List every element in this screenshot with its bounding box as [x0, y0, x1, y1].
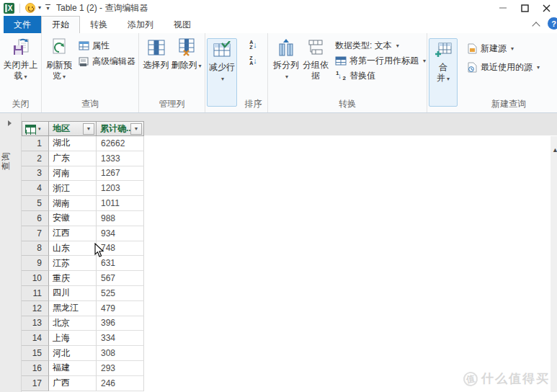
properties-icon — [78, 40, 89, 51]
table-row[interactable]: 5湖南1011 — [22, 196, 144, 211]
help-button[interactable]: ? — [548, 17, 557, 30]
use-first-row-as-headers-button[interactable]: 将第一行用作标题 ▾ — [335, 54, 426, 67]
close-and-load-button[interactable]: 关闭并上载▾ — [1, 36, 40, 82]
ribbon-group-combine: 合并▾ — [427, 33, 460, 112]
table-corner-cell[interactable]: ▾ — [22, 121, 49, 136]
data-type-button[interactable]: 数据类型: 文本 ▾ — [335, 39, 426, 52]
queries-pane-collapsed[interactable]: 查询 — [0, 113, 22, 392]
cell-region[interactable]: 湖北 — [49, 136, 97, 151]
minimize-button[interactable] — [492, 0, 514, 16]
cell-value[interactable]: 479 — [97, 301, 144, 316]
maximize-button[interactable] — [514, 0, 535, 16]
divider — [19, 4, 20, 13]
table-row[interactable]: 15河北308 — [22, 346, 144, 361]
cell-region[interactable]: 上海 — [49, 331, 97, 346]
table-row[interactable]: 9江苏631 — [22, 256, 144, 271]
cell-region[interactable]: 浙江 — [49, 181, 97, 196]
close-button[interactable] — [535, 0, 557, 16]
table-row[interactable]: 10重庆567 — [22, 271, 144, 286]
cell-value[interactable]: 62662 — [97, 136, 144, 151]
cell-region[interactable]: 福建 — [49, 361, 97, 376]
tab-transform[interactable]: 转换 — [80, 16, 117, 33]
table-row[interactable]: 12黑龙江479 — [22, 301, 144, 316]
table-row[interactable]: 2广东1333 — [22, 151, 144, 166]
cell-region[interactable]: 黑龙江 — [49, 301, 97, 316]
cell-region[interactable]: 四川 — [49, 286, 97, 301]
cell-region[interactable]: 安徽 — [49, 211, 97, 226]
choose-columns-button[interactable]: 选择列 — [142, 36, 171, 71]
reduce-rows-button[interactable]: 减少行▾ — [207, 38, 237, 107]
table-row[interactable]: 17广西246 — [22, 376, 144, 391]
table-row[interactable]: 8山东748 — [22, 241, 144, 257]
column-header-region[interactable]: 地区 ▼ — [49, 121, 97, 136]
split-column-button[interactable]: 拆分列▾ — [272, 36, 300, 82]
replace-values-button[interactable]: 1↓2 替换值 — [335, 69, 426, 82]
properties-button[interactable]: 属性 — [78, 39, 135, 52]
cell-value[interactable]: 334 — [97, 331, 144, 346]
expand-queries-pane-icon[interactable] — [8, 120, 12, 126]
cell-value[interactable]: 525 — [97, 286, 144, 301]
advanced-editor-button[interactable]: 高级编辑器 — [78, 55, 135, 68]
recent-sources-button[interactable]: 最近使用的源 ▾ — [466, 61, 540, 74]
filter-button[interactable]: ▼ — [130, 123, 142, 135]
cell-value[interactable]: 1333 — [97, 151, 144, 166]
tab-add-column[interactable]: 添加列 — [117, 16, 164, 33]
new-source-button[interactable]: 新建源 ▾ — [466, 42, 540, 55]
table-row[interactable]: 6安徽988 — [22, 211, 144, 226]
cell-value[interactable]: 1267 — [97, 166, 144, 182]
cell-region[interactable]: 山东 — [49, 241, 97, 257]
tab-home[interactable]: 开始 — [41, 16, 80, 33]
cell-value[interactable]: 934 — [97, 226, 144, 241]
cell-value[interactable]: 293 — [97, 361, 144, 376]
cell-region[interactable]: 北京 — [49, 316, 97, 331]
cell-value[interactable]: 308 — [97, 346, 144, 361]
remove-columns-button[interactable]: 删除列▾ — [171, 36, 202, 71]
merge-button[interactable]: 合并▾ — [429, 38, 458, 107]
table-row[interactable]: 4浙江1203 — [22, 181, 144, 196]
group-by-button[interactable]: 分组依据 — [300, 36, 331, 81]
table-header-row: ▾ 地区 ▼ 累计确... ▼ — [22, 121, 144, 136]
cell-value[interactable]: 988 — [97, 211, 144, 226]
cell-value[interactable]: 1011 — [97, 196, 144, 211]
cell-value[interactable]: 748 — [97, 241, 144, 257]
filter-icon: ▼ — [86, 126, 92, 131]
table-row[interactable]: 16福建293 — [22, 361, 144, 376]
cell-value[interactable]: 246 — [97, 376, 144, 391]
table-row[interactable]: 7江西934 — [22, 226, 144, 241]
customize-qat-button[interactable]: ▾ — [45, 4, 50, 12]
cell-value[interactable]: 396 — [97, 316, 144, 331]
column-header-confirmed[interactable]: 累计确... ▼ — [97, 121, 144, 136]
cell-region[interactable]: 江苏 — [49, 256, 97, 271]
smiley-dropdown-caret[interactable]: ▾ — [38, 5, 41, 11]
table-row[interactable]: 3河南1267 — [22, 166, 144, 182]
table-row[interactable]: 11四川525 — [22, 286, 144, 301]
sort-descending-button[interactable]: ZA ↓ — [247, 54, 259, 67]
row-number: 3 — [22, 166, 49, 182]
close-and-load-icon — [11, 37, 31, 58]
table-row[interactable]: 1湖北62662 — [22, 136, 144, 151]
collapse-ribbon-icon[interactable] — [533, 22, 540, 26]
sort-ascending-button[interactable]: AZ ↓ — [247, 38, 259, 51]
feedback-smiley-icon[interactable] — [25, 3, 35, 13]
table-row[interactable]: 13北京396 — [22, 316, 144, 331]
filter-button[interactable]: ▼ — [83, 123, 94, 135]
table-row[interactable]: 14上海334 — [22, 331, 144, 346]
cell-region[interactable]: 湖南 — [49, 196, 97, 211]
ribbon-group-query: 刷新预览▾ 属性 高级编辑器 查询 — [42, 33, 139, 112]
cell-value[interactable]: 631 — [97, 256, 144, 271]
cell-value[interactable]: 567 — [97, 271, 144, 286]
cell-region[interactable]: 重庆 — [49, 271, 97, 286]
vertical-scrollbar[interactable]: ▲ — [551, 136, 557, 392]
cell-region[interactable]: 河南 — [49, 166, 97, 182]
cell-region[interactable]: 江西 — [49, 226, 97, 241]
cell-region[interactable]: 广西 — [49, 376, 97, 391]
cell-region[interactable]: 广东 — [49, 151, 97, 166]
tab-file[interactable]: 文件 — [4, 16, 41, 33]
refresh-preview-button[interactable]: 刷新预览▾ — [45, 36, 73, 82]
group-label-sort: 排序 — [239, 98, 267, 110]
cell-region[interactable]: 河北 — [49, 346, 97, 361]
tab-view[interactable]: 视图 — [164, 16, 201, 33]
table-menu-caret[interactable]: ▾ — [38, 126, 41, 132]
cell-value[interactable]: 1203 — [97, 181, 144, 196]
scrollbar-arrow-icon[interactable]: ▲ — [552, 146, 557, 155]
